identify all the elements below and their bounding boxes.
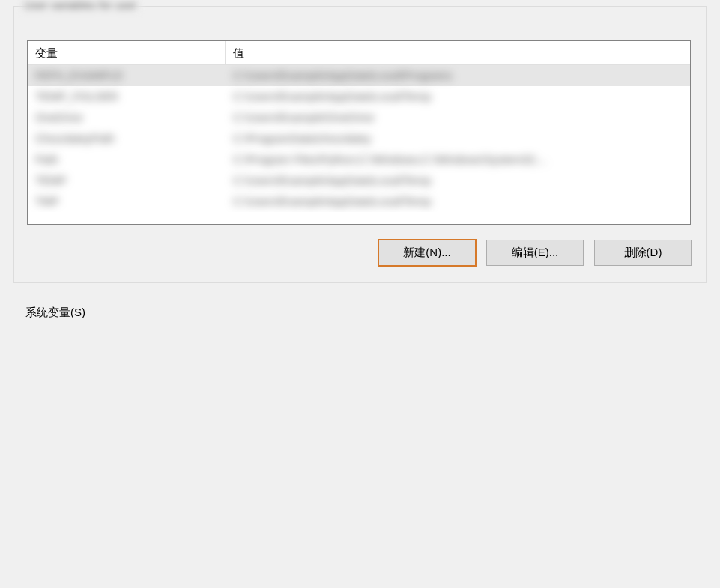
header-variable[interactable]: 变量 bbox=[28, 41, 226, 64]
table-row[interactable]: TMPC:\Users\Example\AppData\Local\Temp bbox=[28, 191, 690, 212]
cell-variable: TEMP bbox=[28, 170, 226, 191]
table-row[interactable]: TEMP_FOLDERC:\Users\Example\AppData\Loca… bbox=[28, 86, 690, 107]
table-row[interactable]: OneDriveC:\Users\Example\OneDrive bbox=[28, 107, 690, 128]
cell-variable: Path bbox=[28, 149, 226, 170]
user-list-body[interactable]: PATH_EXAMPLEC:\Users\Example\AppData\Loc… bbox=[28, 65, 690, 212]
user-list-header: 变量 值 bbox=[28, 41, 690, 65]
table-row[interactable]: TEMPC:\Users\Example\AppData\Local\Temp bbox=[28, 170, 690, 191]
cell-variable: TMP bbox=[28, 191, 226, 212]
cell-value: C:\Users\Example\AppData\Local\Temp bbox=[226, 170, 690, 191]
user-variables-list[interactable]: 变量 值 PATH_EXAMPLEC:\Users\Example\AppDat… bbox=[27, 40, 691, 225]
cell-value: C:\Users\Example\AppData\Local\Temp bbox=[226, 86, 690, 107]
table-row[interactable]: PATH_EXAMPLEC:\Users\Example\AppData\Loc… bbox=[28, 65, 690, 86]
cell-value: C:\Users\Example\OneDrive bbox=[226, 107, 690, 128]
cell-variable: PATH_EXAMPLE bbox=[28, 65, 226, 86]
user-variables-group: User variables for user 变量 值 PATH_EXAMPL… bbox=[13, 6, 707, 283]
header-value[interactable]: 值 bbox=[226, 41, 690, 64]
cell-variable: ChocolateyPath bbox=[28, 128, 226, 149]
cell-value: C:\Users\Example\AppData\Local\Programs bbox=[226, 65, 690, 86]
user-button-row: 新建(N)... 编辑(E)... 删除(D) bbox=[378, 240, 692, 266]
user-new-button[interactable]: 新建(N)... bbox=[378, 239, 477, 267]
table-row[interactable]: PathC:\Program Files\Python;C:\Windows;C… bbox=[28, 149, 690, 170]
table-row[interactable]: ChocolateyPathC:\ProgramData\chocolatey bbox=[28, 128, 690, 149]
cell-value: C:\Program Files\Python;C:\Windows;C:\Wi… bbox=[226, 149, 690, 170]
cell-variable: TEMP_FOLDER bbox=[28, 86, 226, 107]
user-delete-button[interactable]: 删除(D) bbox=[594, 240, 692, 266]
system-variables-label: 系统变量(S) bbox=[25, 306, 85, 320]
cell-variable: OneDrive bbox=[28, 107, 226, 128]
cell-value: C:\Users\Example\AppData\Local\Temp bbox=[226, 191, 690, 212]
user-group-title: User variables for user bbox=[21, 0, 140, 11]
cell-value: C:\ProgramData\chocolatey bbox=[226, 128, 690, 149]
user-edit-button[interactable]: 编辑(E)... bbox=[486, 240, 584, 266]
